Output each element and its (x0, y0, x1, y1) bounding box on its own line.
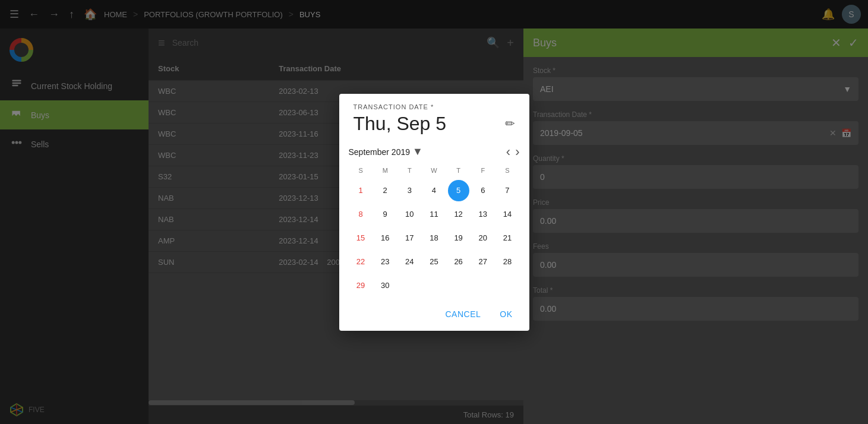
datepicker-day[interactable]: 29 (350, 275, 371, 296)
datepicker-day[interactable]: 4 (423, 180, 444, 201)
datepicker-day[interactable]: 21 (497, 227, 518, 249)
datepicker-day[interactable]: 9 (374, 204, 396, 225)
datepicker-day[interactable]: 1 (350, 180, 371, 201)
datepicker-day[interactable]: 17 (399, 227, 420, 249)
dow-label: W (422, 164, 446, 176)
datepicker-prev-next: ‹ › (506, 144, 520, 160)
datepicker-dialog: TRANSACTION DATE * Thu, Sep 5 ✏ Septembe… (339, 94, 529, 331)
datepicker-dow-row: SMTWTFS (349, 164, 520, 176)
datepicker-grid: SMTWTFS 12345678910111213141516171819202… (339, 164, 529, 298)
datepicker-day[interactable]: 2 (374, 180, 396, 201)
datepicker-label: TRANSACTION DATE * (353, 103, 515, 110)
datepicker-day[interactable]: 12 (448, 204, 469, 225)
datepicker-month-selector[interactable]: September 2019 ▼ (349, 145, 423, 158)
datepicker-next-icon[interactable]: › (515, 144, 519, 160)
dow-label: F (471, 164, 495, 176)
datepicker-dropdown-icon[interactable]: ▼ (412, 145, 423, 158)
datepicker-day[interactable]: 15 (350, 227, 371, 249)
datepicker-days-grid: 1234567891011121314151617181920212223242… (349, 179, 520, 298)
datepicker-day[interactable]: 10 (399, 204, 420, 225)
datepicker-day-empty (472, 275, 494, 296)
datepicker-day[interactable]: 19 (448, 227, 469, 249)
datepicker-day-empty (448, 275, 469, 296)
datepicker-day[interactable]: 13 (472, 204, 494, 225)
datepicker-day[interactable]: 23 (374, 251, 396, 273)
dow-label: T (446, 164, 471, 176)
datepicker-day[interactable]: 16 (374, 227, 396, 249)
datepicker-day-empty (399, 275, 420, 296)
datepicker-nav: September 2019 ▼ ‹ › (339, 140, 529, 164)
datepicker-selected-date: Thu, Sep 5 ✏ (353, 113, 515, 135)
datepicker-day-empty (423, 275, 444, 296)
datepicker-day[interactable]: 25 (423, 251, 444, 273)
datepicker-day[interactable]: 27 (472, 251, 494, 273)
datepicker-day[interactable]: 5 (448, 180, 469, 201)
datepicker-day[interactable]: 7 (497, 180, 518, 201)
datepicker-header: TRANSACTION DATE * Thu, Sep 5 ✏ (339, 94, 529, 140)
datepicker-edit-icon[interactable]: ✏ (505, 116, 515, 131)
datepicker-ok-button[interactable]: OK (493, 305, 519, 324)
datepicker-cancel-button[interactable]: CANCEL (438, 305, 488, 324)
dow-label: M (373, 164, 397, 176)
datepicker-actions: CANCEL OK (339, 298, 529, 331)
datepicker-day[interactable]: 20 (472, 227, 494, 249)
dialog-overlay[interactable]: TRANSACTION DATE * Thu, Sep 5 ✏ Septembe… (0, 0, 868, 424)
datepicker-month-text: September 2019 (349, 147, 411, 157)
datepicker-day[interactable]: 8 (350, 204, 371, 225)
datepicker-day[interactable]: 14 (497, 204, 518, 225)
datepicker-day[interactable]: 28 (497, 251, 518, 273)
datepicker-day[interactable]: 22 (350, 251, 371, 273)
datepicker-prev-icon[interactable]: ‹ (506, 144, 510, 160)
datepicker-day[interactable]: 6 (472, 180, 494, 201)
datepicker-day[interactable]: 11 (423, 204, 444, 225)
datepicker-day[interactable]: 24 (399, 251, 420, 273)
datepicker-day-empty (497, 275, 518, 296)
datepicker-date-text: Thu, Sep 5 (353, 113, 447, 135)
dow-label: T (397, 164, 422, 176)
datepicker-day[interactable]: 3 (399, 180, 420, 201)
datepicker-day[interactable]: 26 (448, 251, 469, 273)
dow-label: S (495, 164, 519, 176)
dow-label: S (349, 164, 373, 176)
datepicker-day[interactable]: 30 (374, 275, 396, 296)
datepicker-day[interactable]: 18 (423, 227, 444, 249)
